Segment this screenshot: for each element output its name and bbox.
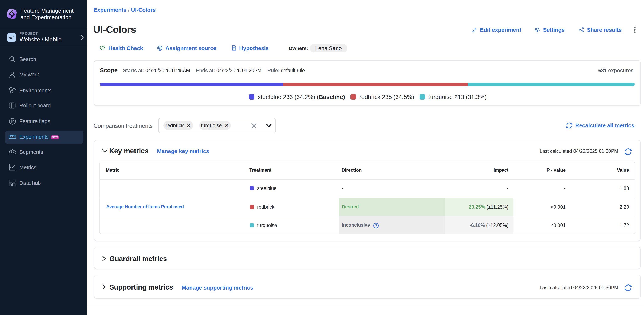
svg-text:?: ? [375, 224, 377, 227]
